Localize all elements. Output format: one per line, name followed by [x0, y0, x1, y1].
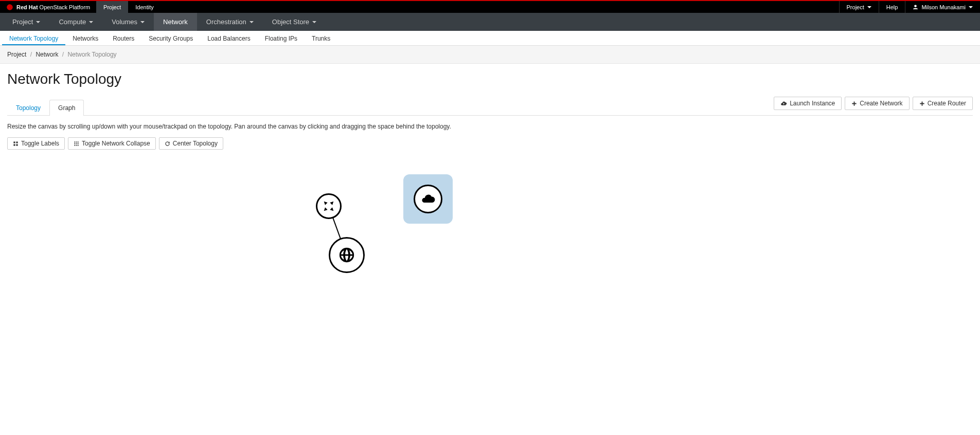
svg-rect-8 — [78, 141, 79, 142]
project-dropdown-label: Project — [847, 4, 864, 10]
topology-node-router[interactable] — [316, 193, 342, 219]
help-text: Resize the canvas by scrolling up/down w… — [7, 123, 973, 130]
cloud-icon — [421, 192, 435, 206]
router-arrows-icon — [322, 199, 336, 213]
page-content: Network Topology Launch Instance Create … — [0, 64, 980, 352]
primary-nav: Project Compute Volumes Network Orchestr… — [0, 13, 980, 31]
subnav-floating-ips[interactable]: Floating IPs — [258, 32, 305, 45]
topology-canvas[interactable] — [7, 160, 973, 345]
chevron-down-icon — [140, 21, 145, 23]
top-header: Red Hat OpenStack Platform Project Ident… — [0, 1, 980, 13]
page-title: Network Topology — [7, 71, 973, 87]
cloud-upload-icon — [780, 100, 787, 107]
subnav-trunks[interactable]: Trunks — [305, 32, 337, 45]
help-link[interactable]: Help — [879, 1, 905, 13]
svg-rect-13 — [76, 144, 77, 146]
nav-volumes[interactable]: Volumes — [102, 13, 154, 31]
nav-network[interactable]: Network — [154, 13, 197, 31]
svg-point-0 — [7, 4, 13, 10]
top-context-tabs: Project Identity — [96, 1, 161, 13]
subnav-routers[interactable]: Routers — [105, 32, 141, 45]
user-menu[interactable]: Milson Munakami — [905, 1, 980, 13]
chevron-down-icon — [89, 21, 93, 23]
refresh-icon — [165, 141, 170, 147]
svg-rect-3 — [16, 141, 17, 143]
breadcrumb: Project / Network / Network Topology — [0, 46, 980, 64]
topology-node-internal-network[interactable] — [403, 174, 453, 224]
subnav-load-balancers[interactable]: Load Balancers — [200, 32, 257, 45]
grid-large-icon — [13, 141, 19, 147]
top-tab-identity[interactable]: Identity — [128, 1, 161, 13]
nav-project[interactable]: Project — [3, 13, 49, 31]
user-name-label: Milson Munakami — [921, 4, 966, 10]
chevron-down-icon — [969, 6, 973, 8]
redhat-logo-icon — [6, 4, 13, 11]
svg-rect-5 — [16, 144, 17, 146]
grid-small-icon — [74, 141, 79, 147]
svg-rect-7 — [76, 141, 77, 142]
breadcrumb-current: Network Topology — [67, 51, 116, 58]
chevron-down-icon — [250, 21, 254, 23]
topology-node-external-network[interactable] — [329, 237, 365, 273]
subnav-networks[interactable]: Networks — [65, 32, 105, 45]
svg-rect-6 — [74, 141, 75, 142]
subnav-network-topology[interactable]: Network Topology — [2, 32, 65, 45]
subnav-security-groups[interactable]: Security Groups — [141, 32, 200, 45]
tab-topology[interactable]: Topology — [7, 100, 49, 116]
nav-compute[interactable]: Compute — [49, 13, 102, 31]
svg-rect-9 — [74, 143, 75, 144]
center-topology-button[interactable]: Center Topology — [159, 137, 223, 150]
svg-rect-10 — [76, 143, 77, 144]
tab-graph[interactable]: Graph — [49, 100, 84, 116]
chevron-down-icon — [36, 21, 40, 23]
toggle-labels-button[interactable]: Toggle Labels — [7, 137, 65, 150]
user-icon — [913, 4, 918, 10]
nav-object-store[interactable]: Object Store — [263, 13, 326, 31]
breadcrumb-project[interactable]: Project — [7, 51, 26, 58]
create-router-button[interactable]: Create Router — [913, 97, 973, 110]
brand-text: Red Hat OpenStack Platform — [16, 4, 90, 10]
create-network-button[interactable]: Create Network — [845, 97, 909, 110]
svg-rect-12 — [74, 144, 75, 146]
nav-orchestration[interactable]: Orchestration — [197, 13, 263, 31]
globe-icon — [338, 246, 355, 264]
svg-rect-2 — [13, 141, 15, 143]
brand[interactable]: Red Hat OpenStack Platform — [0, 4, 96, 11]
secondary-nav: Network Topology Networks Routers Securi… — [0, 31, 980, 46]
chevron-down-icon — [312, 21, 316, 23]
top-tab-project[interactable]: Project — [96, 1, 128, 13]
svg-rect-11 — [78, 143, 79, 144]
svg-rect-14 — [78, 144, 79, 146]
svg-rect-4 — [13, 144, 15, 146]
canvas-toolbar: Toggle Labels Toggle Network Collapse Ce… — [7, 137, 973, 150]
plus-icon — [851, 101, 857, 106]
top-right-menu: Project Help Milson Munakami — [839, 1, 980, 13]
project-dropdown[interactable]: Project — [839, 1, 879, 13]
launch-instance-button[interactable]: Launch Instance — [774, 97, 842, 110]
plus-icon — [919, 101, 925, 106]
chevron-down-icon — [867, 6, 871, 8]
breadcrumb-network[interactable]: Network — [35, 51, 58, 58]
svg-point-1 — [915, 5, 917, 7]
toggle-network-collapse-button[interactable]: Toggle Network Collapse — [68, 137, 156, 150]
